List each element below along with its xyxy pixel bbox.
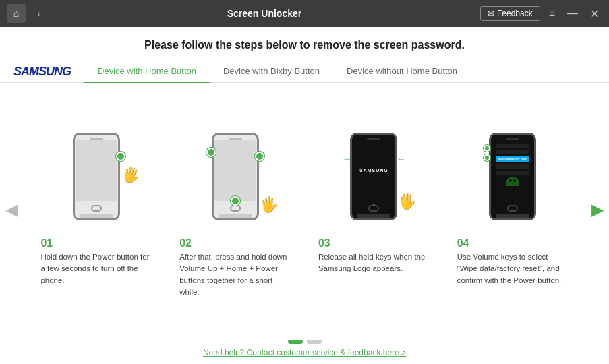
close-button[interactable]: ✕: [587, 6, 602, 22]
steps-area: ◀ 🖐: [0, 83, 609, 336]
step1-speaker: [90, 138, 103, 140]
step4-description: Use Volume keys to select "Wipe data/fac…: [457, 251, 569, 286]
minimize-button[interactable]: —: [564, 6, 581, 21]
step4-number: 04: [457, 237, 469, 249]
bottom-bar: Need help? Contact customer service & fe…: [0, 336, 609, 364]
step3-text: 03 Release all held keys when the Samsun…: [318, 237, 430, 275]
feedback-button[interactable]: ✉ Feedback: [480, 6, 540, 21]
step2-phone: [212, 133, 259, 220]
step4-illustration: wipe data/factory reset: [489, 121, 536, 232]
step1-number: 01: [40, 237, 53, 249]
titlebar-left: ⌂ ‹: [7, 4, 49, 23]
step3-arrow-bottom: ↓: [372, 196, 376, 208]
samsung-brand: SAMSUNG: [13, 65, 71, 79]
step2-number: 02: [179, 237, 192, 249]
step3-arrow-left: →: [342, 153, 351, 165]
pagination: [288, 340, 322, 344]
step4-bar: [496, 214, 529, 218]
minimize-icon: —: [567, 7, 578, 19]
back-icon: ‹: [38, 8, 41, 19]
step4-vol-dot1: [484, 145, 490, 152]
step4-text: 04 Use Volume keys to select "Wipe data/…: [457, 237, 569, 286]
step4-vol-dot2: [484, 154, 490, 161]
step3-number: 03: [318, 237, 330, 249]
step2-volume-dot: [206, 148, 216, 157]
step2-speaker: [229, 138, 242, 140]
mail-icon: ✉: [488, 9, 494, 18]
step1-hand-icon: 🖐: [119, 164, 142, 187]
step3-screen: SAMSUNG: [353, 140, 395, 202]
step2-text: 02 After that, press and hold down Volum…: [179, 237, 291, 298]
steps-container: 🖐 01 Hold down the Power button for a fe…: [27, 121, 582, 298]
close-icon: ✕: [590, 8, 599, 20]
titlebar: ⌂ ‹ Screen Unlocker ✉ Feedback ≡ — ✕: [0, 0, 609, 27]
step1-phone: [73, 133, 120, 220]
dot-2: [307, 340, 322, 344]
step-2: 🖐 02 After that, press and hold down Vol…: [171, 121, 299, 298]
next-arrow[interactable]: ▶: [591, 200, 604, 219]
header: Please follow the steps below to remove …: [0, 27, 609, 57]
app-title: Screen Unlocker: [49, 8, 480, 19]
back-button[interactable]: ‹: [30, 4, 49, 23]
menu-button[interactable]: ≡: [546, 6, 558, 21]
step4-phone: wipe data/factory reset: [489, 133, 536, 220]
step4-recovery-menu: wipe data/factory reset: [492, 140, 533, 202]
step3-arrow-top: ↓: [372, 129, 376, 142]
step2-illustration: 🖐: [212, 121, 259, 232]
step2-bar: [219, 214, 252, 218]
prev-arrow[interactable]: ◀: [5, 200, 18, 219]
step1-home: [91, 205, 102, 212]
recovery-highlight-text: wipe data/factory reset: [496, 156, 529, 162]
step3-illustration: SAMSUNG ↓ → ←: [350, 121, 397, 232]
main-content: Please follow the steps below to remove …: [0, 27, 609, 364]
step1-bar: [80, 214, 113, 218]
tab-bixby-button[interactable]: Device with Bixby Button: [210, 61, 333, 83]
step4-android-icon: [493, 177, 532, 186]
tab-no-home[interactable]: Device without Home Button: [333, 61, 471, 83]
tab-home-button[interactable]: Device with Home Button: [84, 61, 210, 83]
step3-bar: [357, 214, 390, 218]
step3-arrow-right: ←: [396, 153, 405, 165]
step2-hand-icon: 🖐: [260, 196, 278, 214]
step2-power-dot: [255, 152, 264, 161]
step2-home: [230, 205, 241, 212]
page-title: Please follow the steps below to remove …: [13, 39, 596, 51]
step-3: SAMSUNG ↓ → ←: [310, 121, 438, 298]
step2-description: After that, press and hold down Volume U…: [179, 251, 291, 298]
menu-icon: ≡: [549, 7, 555, 19]
step1-power-dot: [116, 152, 125, 161]
step2-home-dot: [231, 196, 240, 206]
step4-home: [507, 205, 518, 212]
step1-description: Hold down the Power button for a few sec…: [40, 251, 152, 286]
android-eye-right: [513, 179, 516, 182]
step2-screen: [214, 140, 256, 202]
step1-screen: [76, 140, 117, 202]
android-eye-left: [509, 179, 512, 182]
home-button[interactable]: ⌂: [7, 4, 26, 23]
step4-speaker: [506, 138, 519, 140]
step1-text: 01 Hold down the Power button for a few …: [40, 237, 152, 286]
step4-screen: wipe data/factory reset: [492, 140, 533, 202]
dot-1: [288, 340, 303, 344]
tab-bar: SAMSUNG Device with Home Button Device w…: [0, 57, 609, 83]
step-1: 🖐 01 Hold down the Power button for a fe…: [32, 121, 161, 298]
android-head: [506, 177, 519, 186]
step-4: wipe data/factory reset: [448, 121, 577, 298]
step3-description: Release all held keys when the Samsung L…: [318, 251, 430, 275]
step1-illustration: 🖐: [73, 121, 120, 232]
home-icon: ⌂: [13, 8, 19, 19]
help-link[interactable]: Need help? Contact customer service & fe…: [203, 348, 406, 357]
titlebar-right: ✉ Feedback ≡ — ✕: [480, 6, 602, 22]
step3-hand-icon: 🖐: [398, 193, 416, 210]
